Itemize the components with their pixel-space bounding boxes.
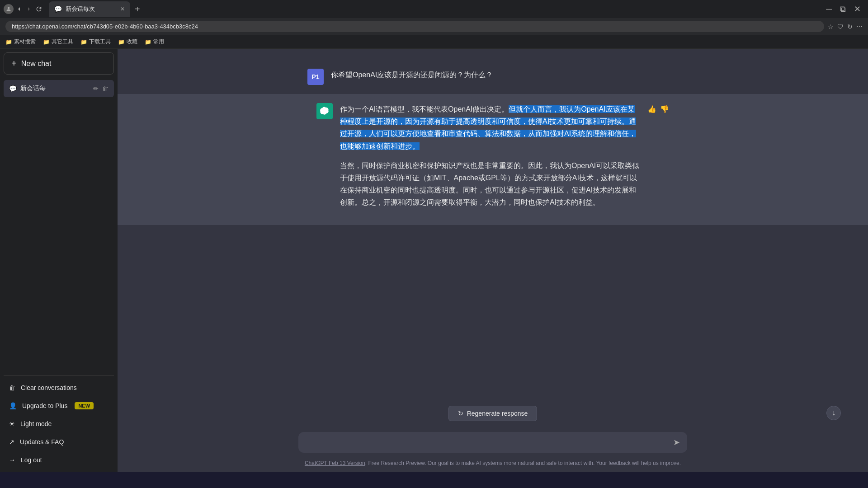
bookmark-item-1[interactable]: 📁 其它工具	[43, 38, 73, 46]
tab-favicon: 💬	[54, 5, 62, 13]
tab-close-button[interactable]: ✕	[120, 6, 125, 12]
chat-input[interactable]	[306, 438, 670, 446]
input-wrapper: ➤	[298, 432, 687, 453]
external-link-icon: ↗	[9, 438, 14, 446]
new-badge: NEW	[75, 402, 94, 409]
scroll-to-bottom-button[interactable]: ↓	[826, 406, 841, 420]
tab-title: 新会话每次	[66, 5, 95, 13]
bookmark-item-2[interactable]: 📁 下载工具	[80, 38, 111, 46]
refresh-icon[interactable]	[35, 5, 42, 13]
bookmark-item-3[interactable]: 📁 收藏	[118, 38, 137, 46]
new-chat-label: New chat	[21, 60, 52, 68]
clear-conversations-label: Clear conversations	[21, 384, 77, 391]
edit-chat-button[interactable]: ✏	[93, 85, 99, 92]
thumbs-down-button[interactable]: 👎	[660, 105, 669, 113]
shield-icon: 🛡	[837, 23, 844, 30]
chat-item-actions: ✏ 🗑	[93, 85, 108, 92]
input-area: ➤ ↓	[118, 425, 868, 456]
user-avatar: P1	[307, 69, 324, 85]
ai-message-inner: 作为一个AI语言模型，我不能代表OpenAI做出决定。但就个人而言，我认为Ope…	[298, 103, 687, 216]
user-message: P1 你希望OpenAI应该是开源的还是闭源的？为什么？	[289, 60, 696, 94]
active-tab[interactable]: 💬 新会话每次 ✕	[49, 1, 130, 17]
assistant-actions: 👍 👎	[647, 105, 669, 113]
address-input[interactable]	[5, 21, 824, 32]
chat-messages: P1 你希望OpenAI应该是开源的还是闭源的？为什么？ 作为一个AI语言模型，…	[118, 49, 868, 402]
light-mode-label: Light mode	[20, 420, 52, 427]
back-icon[interactable]	[15, 5, 23, 13]
regenerate-button[interactable]: ↻ Regenerate response	[448, 406, 538, 421]
minimize-button[interactable]: ─	[822, 3, 835, 16]
address-bar: ☆ 🛡 ↻ ⋯	[0, 18, 868, 35]
restore-button[interactable]: ⧉	[836, 3, 849, 16]
regenerate-label: Regenerate response	[467, 410, 528, 417]
thumbs-up-button[interactable]: 👍	[647, 105, 656, 113]
bookmark-item-0[interactable]: 📁 素材搜索	[5, 38, 36, 46]
ai-response-before-highlight: 作为一个AI语言模型，我不能代表OpenAI做出决定。	[340, 105, 509, 113]
sidebar-bottom: 🗑 Clear conversations 👤 Upgrade to Plus …	[4, 375, 114, 468]
new-tab-button[interactable]: +	[131, 4, 144, 14]
scroll-down-icon: ↓	[832, 409, 835, 417]
updates-faq-button[interactable]: ↗ Updates & FAQ	[4, 434, 114, 450]
chat-footer: ChatGPT Feb 13 Version. Free Research Pr…	[118, 456, 868, 472]
address-bar-icons: ☆ 🛡 ↻ ⋯	[828, 23, 863, 30]
svg-point-0	[8, 7, 10, 9]
logout-icon: →	[9, 456, 15, 464]
upgrade-to-plus-button[interactable]: 👤 Upgrade to Plus NEW	[4, 398, 114, 414]
sun-icon: ☀	[9, 420, 15, 427]
window-controls: ─ ⧉ ✕	[822, 2, 864, 16]
log-out-label: Log out	[21, 456, 42, 464]
user-message-content: 你希望OpenAI应该是开源的还是闭源的？为什么？	[331, 69, 678, 85]
bookmark-item-4[interactable]: 📁 常用	[145, 38, 164, 46]
chatgpt-version-link[interactable]: ChatGPT Feb 13 Version	[305, 460, 365, 466]
log-out-button[interactable]: → Log out	[4, 452, 114, 468]
app-layout: + New chat 💬 新会话每 ✏ 🗑 🗑 Clear conversati…	[0, 49, 868, 472]
updates-faq-label: Updates & FAQ	[20, 438, 64, 446]
star-icon[interactable]: ☆	[828, 23, 834, 30]
light-mode-button[interactable]: ☀ Light mode	[4, 416, 114, 432]
ai-message: 作为一个AI语言模型，我不能代表OpenAI做出决定。但就个人而言，我认为Ope…	[118, 94, 868, 225]
chat-area: P1 你希望OpenAI应该是开源的还是闭源的？为什么？ 作为一个AI语言模型，…	[118, 49, 868, 472]
chat-item-title: 新会话每	[20, 84, 46, 93]
ai-message-content: 作为一个AI语言模型，我不能代表OpenAI做出决定。但就个人而言，我认为Ope…	[340, 103, 640, 216]
regenerate-icon: ↻	[458, 410, 463, 417]
chat-item-icon: 💬	[9, 85, 17, 92]
regenerate-bar: ↻ Regenerate response	[118, 402, 868, 425]
delete-chat-button[interactable]: 🗑	[102, 85, 108, 92]
upgrade-label: Upgrade to Plus	[22, 402, 67, 409]
browser-chrome: 💬 新会话每次 ✕ + ─ ⧉ ✕ ☆ 🛡 ↻ ⋯ 📁 素材搜索 📁 其它工具 …	[0, 0, 868, 49]
send-icon: ➤	[673, 438, 680, 447]
chat-list-item[interactable]: 💬 新会话每 ✏ 🗑	[4, 80, 114, 97]
profile-icon[interactable]	[4, 4, 14, 14]
ai-response-paragraph1: 作为一个AI语言模型，我不能代表OpenAI做出决定。但就个人而言，我认为Ope…	[340, 103, 640, 152]
sidebar: + New chat 💬 新会话每 ✏ 🗑 🗑 Clear conversati…	[0, 49, 118, 472]
new-chat-plus-icon: +	[11, 58, 17, 69]
more-icon[interactable]: ⋯	[856, 23, 863, 30]
tabs-bar: 💬 新会话每次 ✕ +	[47, 1, 822, 17]
send-button[interactable]: ➤	[673, 437, 680, 447]
trash-icon: 🗑	[9, 384, 15, 391]
bookmarks-bar: 📁 素材搜索 📁 其它工具 📁 下载工具 📁 收藏 📁 常用	[0, 35, 868, 49]
close-button[interactable]: ✕	[850, 2, 864, 16]
refresh-addr-icon[interactable]: ↻	[847, 23, 853, 30]
user-icon: 👤	[9, 402, 17, 409]
clear-conversations-button[interactable]: 🗑 Clear conversations	[4, 380, 114, 396]
ai-avatar	[316, 103, 333, 119]
ai-response-paragraph2: 当然，同时保护商业机密和保护知识产权也是非常重要的。因此，我认为OpenAI可以…	[340, 160, 640, 209]
new-chat-button[interactable]: + New chat	[4, 52, 114, 75]
forward-icon[interactable]	[25, 5, 33, 13]
user-message-text: 你希望OpenAI应该是开源的还是闭源的？为什么？	[331, 71, 493, 79]
title-bar: 💬 新会话每次 ✕ + ─ ⧉ ✕	[0, 0, 868, 18]
footer-text: . Free Research Preview. Our goal is to …	[365, 460, 681, 466]
